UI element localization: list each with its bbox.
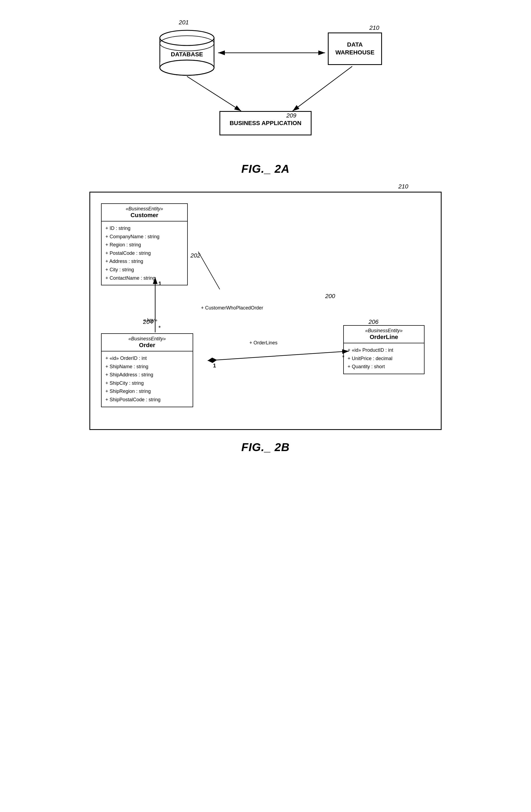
fig2b-diagram: 210 200 202 204 206 «BusinessEntity» Cus…	[89, 192, 442, 430]
ba-label: BUSINESS APPLICATION	[229, 120, 301, 127]
ref-210-2a: 210	[369, 24, 379, 31]
customer-attr-0: + ID : string	[106, 224, 183, 233]
order-attr-3: + ShipCity : string	[106, 379, 189, 388]
svg-point-5	[160, 60, 214, 75]
ref-210-2b: 210	[398, 183, 408, 190]
database-shape: DATABASE	[157, 27, 217, 76]
orderline-attr-2: + Quantity : short	[348, 363, 420, 371]
ref-204: 204	[143, 318, 153, 325]
customer-attr-6: + ContactName : string	[106, 274, 183, 282]
order-header: «BusinessEntity» Order	[102, 334, 193, 351]
orderline-body: + «id» ProductID : int + UnitPrice : dec…	[344, 343, 424, 374]
ref-201: 201	[179, 19, 189, 26]
svg-line-20	[208, 351, 349, 361]
customer-stereotype: «BusinessEntity»	[105, 206, 184, 212]
fig2b-title: FIG._ 2B	[241, 441, 290, 454]
svg-line-10	[187, 76, 241, 111]
orderline-name: OrderLine	[347, 334, 421, 340]
order-attr-5: + ShipPostalCode : string	[106, 395, 189, 404]
orderline-header: «BusinessEntity» OrderLine	[344, 326, 424, 343]
orderline-entity-box: «BusinessEntity» OrderLine + «id» Produc…	[343, 325, 424, 374]
order-attr-2: + ShipAddress : string	[106, 371, 189, 379]
order-stereotype: «BusinessEntity»	[105, 336, 190, 342]
svg-line-19	[198, 252, 220, 289]
fig2a-title: FIG._ 2A	[241, 162, 290, 175]
order-name: Order	[105, 342, 190, 349]
customer-body: + ID : string + CompanyName : string + R…	[102, 221, 187, 285]
svg-text:+ OrderLines: + OrderLines	[249, 340, 277, 346]
ref-206: 206	[368, 318, 378, 325]
customer-attr-5: + City : string	[106, 266, 183, 274]
customer-header: «BusinessEntity» Customer	[102, 204, 187, 221]
dw-label: DATAWAREHOUSE	[335, 41, 374, 56]
order-body: + «id» OrderID : int + ShipName : string…	[102, 351, 193, 407]
svg-text:DATABASE: DATABASE	[171, 51, 203, 58]
svg-text:+ CustomerWhoPlacedOrder: + CustomerWhoPlacedOrder	[201, 305, 263, 310]
fig2a-diagram: 201 210 209 DATABASE	[116, 11, 415, 151]
customer-entity-box: «BusinessEntity» Customer + ID : string …	[101, 203, 188, 285]
ref-200: 200	[325, 293, 335, 300]
orderline-attr-0: + «id» ProductID : int	[348, 346, 420, 354]
svg-text:*: *	[158, 324, 161, 331]
business-application-box: BUSINESS APPLICATION	[220, 111, 311, 135]
customer-attr-3: + PostalCode : string	[106, 249, 183, 258]
orderline-attr-1: + UnitPrice : decimal	[348, 354, 420, 363]
customer-name: Customer	[105, 212, 184, 219]
order-entity-box: «BusinessEntity» Order + «id» OrderID : …	[101, 333, 193, 407]
customer-attr-4: + Address : string	[106, 257, 183, 266]
order-attr-0: + «id» OrderID : int	[106, 354, 189, 363]
fig2b-container: 210 200 202 204 206 «BusinessEntity» Cus…	[76, 192, 455, 454]
customer-attr-1: + CompanyName : string	[106, 233, 183, 241]
fig2a-container: 201 210 209 DATABASE	[76, 11, 455, 175]
order-attr-4: + ShipRegion : string	[106, 387, 189, 395]
orderline-stereotype: «BusinessEntity»	[347, 328, 421, 334]
svg-line-11	[293, 66, 352, 111]
data-warehouse-box: DATAWAREHOUSE	[328, 32, 382, 65]
svg-text:1: 1	[213, 363, 216, 368]
order-attr-1: + ShipName : string	[106, 363, 189, 371]
customer-attr-2: + Region : string	[106, 241, 183, 249]
ref-202: 202	[191, 252, 200, 259]
